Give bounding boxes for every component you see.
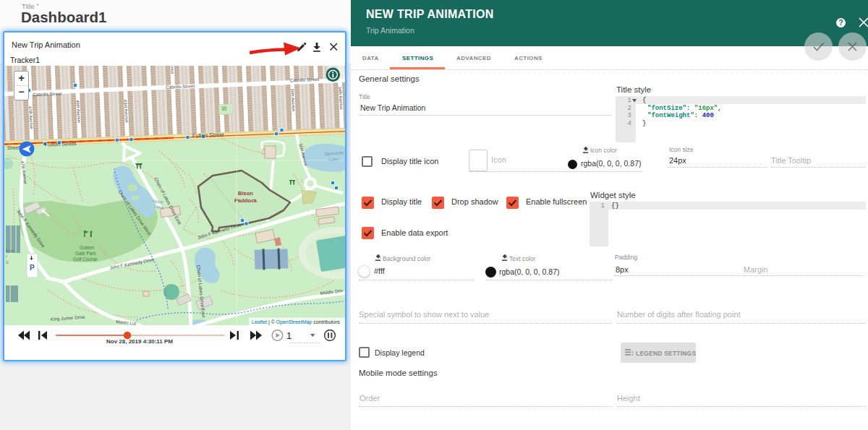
svg-text:S: S — [6, 260, 9, 265]
svg-text:Golf Course: Golf Course — [73, 257, 98, 262]
svg-text:P: P — [30, 264, 35, 272]
svg-text:Golden: Golden — [80, 245, 95, 250]
svg-text:1: 1 — [286, 330, 292, 341]
svg-text:Gate Park: Gate Park — [75, 251, 96, 256]
svg-text:hoier: hoier — [6, 249, 14, 253]
svg-text:Street: Street — [7, 145, 20, 150]
svg-text:Bison: Bison — [238, 190, 253, 197]
svg-text:Fulton Street: Fulton Street — [192, 132, 225, 139]
svg-text:Fulton Street: Fulton Street — [45, 140, 77, 148]
svg-text:Lake: Lake — [329, 157, 339, 162]
svg-text:Leaflet | © OpenStreetMap cont: Leaflet | © OpenStreetMap contributors — [252, 319, 340, 325]
svg-text:Paddock: Paddock — [234, 197, 258, 204]
